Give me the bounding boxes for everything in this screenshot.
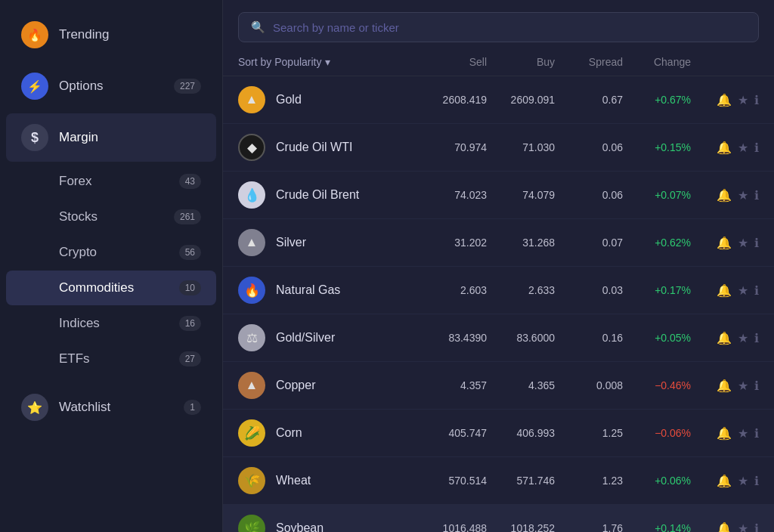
buy-gold-silver: 83.6000 — [487, 332, 555, 344]
spread-gold-silver: 0.16 — [555, 332, 623, 344]
alert-icon-gold[interactable]: 🔔 — [717, 93, 732, 107]
asset-icon-silver: ▲ — [238, 229, 265, 256]
alert-icon-gold-silver[interactable]: 🔔 — [717, 331, 732, 345]
watchlist-icon: ⭐ — [21, 394, 48, 421]
alert-icon-crude-oil-brent[interactable]: 🔔 — [717, 188, 732, 203]
search-input[interactable] — [273, 21, 746, 34]
info-icon-natural-gas[interactable]: ℹ — [754, 283, 759, 298]
info-icon-soybean[interactable]: ℹ — [754, 521, 759, 533]
forex-badge: 43 — [179, 174, 201, 189]
table-row[interactable]: ◆ Crude Oil WTI 70.974 71.030 0.06 +0.15… — [223, 124, 774, 172]
star-icon-crude-oil-wti[interactable]: ★ — [738, 141, 748, 155]
star-icon-soybean[interactable]: ★ — [738, 521, 748, 533]
table-row[interactable]: 🌽 Corn 405.747 406.993 1.25 −0.06% 🔔 ★ ℹ — [223, 410, 774, 457]
asset-icon-corn: 🌽 — [238, 419, 265, 447]
sell-soybean: 1016.488 — [404, 522, 487, 532]
change-crude-oil-brent: +0.07% — [623, 189, 691, 201]
asset-name-natural-gas: Natural Gas — [276, 283, 404, 297]
info-icon-silver[interactable]: ℹ — [754, 236, 759, 250]
spread-natural-gas: 0.03 — [555, 284, 623, 296]
actions-gold: 🔔 ★ ℹ — [691, 93, 759, 107]
asset-icon-crude-oil-brent: 💧 — [238, 181, 265, 209]
alert-icon-crude-oil-wti[interactable]: 🔔 — [717, 141, 732, 155]
margin-icon: $ — [21, 124, 48, 151]
alert-icon-copper[interactable]: 🔔 — [717, 379, 732, 393]
table-row[interactable]: ▲ Copper 4.357 4.365 0.008 −0.46% 🔔 ★ ℹ — [223, 362, 774, 410]
info-icon-wheat[interactable]: ℹ — [754, 474, 759, 488]
table-row[interactable]: ▲ Silver 31.202 31.268 0.07 +0.62% 🔔 ★ ℹ — [223, 219, 774, 267]
spread-gold: 0.67 — [555, 94, 623, 106]
info-icon-corn[interactable]: ℹ — [754, 426, 759, 441]
sidebar-item-watchlist[interactable]: ⭐ Watchlist 1 — [6, 383, 216, 431]
info-icon-copper[interactable]: ℹ — [754, 379, 759, 393]
alert-icon-wheat[interactable]: 🔔 — [717, 474, 732, 488]
actions-wheat: 🔔 ★ ℹ — [691, 474, 759, 488]
table-row[interactable]: 🌿 Soybean 1016.488 1018.252 1.76 +0.14% … — [223, 505, 774, 532]
star-icon-silver[interactable]: ★ — [738, 236, 748, 250]
sidebar-item-stocks[interactable]: Stocks 261 — [6, 200, 216, 234]
star-icon-crude-oil-brent[interactable]: ★ — [738, 188, 748, 203]
star-icon-gold-silver[interactable]: ★ — [738, 331, 748, 345]
sidebar-item-trending[interactable]: 🔥 Trending — [6, 11, 216, 59]
actions-crude-oil-wti: 🔔 ★ ℹ — [691, 141, 759, 155]
sort-button[interactable]: Sort by Popularity ▾ — [238, 56, 404, 68]
margin-sub-items: Forex 43 Stocks 261 Crypto 56 Commoditie… — [0, 163, 222, 377]
asset-icon-natural-gas: 🔥 — [238, 277, 265, 304]
indices-label: Indices — [59, 316, 179, 331]
sidebar-item-margin[interactable]: $ Margin — [6, 113, 216, 162]
sidebar-item-commodities[interactable]: Commodities 10 — [6, 271, 216, 305]
sidebar-item-options[interactable]: ⚡ Options 227 — [6, 62, 216, 110]
trending-icon: 🔥 — [21, 21, 48, 48]
asset-icon-soybean: 🌿 — [238, 515, 265, 532]
table-row[interactable]: ⚖ Gold/Silver 83.4390 83.6000 0.16 +0.05… — [223, 314, 774, 362]
info-icon-crude-oil-brent[interactable]: ℹ — [754, 188, 759, 203]
asset-icon-crude-oil-wti: ◆ — [238, 134, 265, 161]
alert-icon-soybean[interactable]: 🔔 — [717, 521, 732, 533]
asset-icon-copper: ▲ — [238, 372, 265, 399]
spread-crude-oil-brent: 0.06 — [555, 189, 623, 201]
table-row[interactable]: 💧 Crude Oil Brent 74.023 74.079 0.06 +0.… — [223, 172, 774, 219]
actions-soybean: 🔔 ★ ℹ — [691, 521, 759, 533]
table-row[interactable]: 🌾 Wheat 570.514 571.746 1.23 +0.06% 🔔 ★ … — [223, 457, 774, 505]
table-row[interactable]: ▲ Gold 2608.419 2609.091 0.67 +0.67% 🔔 ★… — [223, 76, 774, 124]
sidebar-item-etfs[interactable]: ETFs 27 — [6, 342, 216, 376]
sidebar-item-indices[interactable]: Indices 16 — [6, 306, 216, 341]
asset-name-crude-oil-wti: Crude Oil WTI — [276, 141, 404, 154]
actions-copper: 🔔 ★ ℹ — [691, 379, 759, 393]
header-sell: Sell — [404, 56, 487, 68]
actions-crude-oil-brent: 🔔 ★ ℹ — [691, 188, 759, 203]
search-wrapper[interactable]: 🔍 — [238, 12, 759, 42]
asset-name-corn: Corn — [276, 426, 404, 440]
sort-label: Sort by Popularity — [238, 56, 322, 68]
star-icon-gold[interactable]: ★ — [738, 93, 748, 107]
buy-natural-gas: 2.633 — [487, 284, 555, 296]
etfs-label: ETFs — [59, 351, 179, 367]
info-icon-gold-silver[interactable]: ℹ — [754, 331, 759, 345]
actions-gold-silver: 🔔 ★ ℹ — [691, 331, 759, 345]
spread-copper: 0.008 — [555, 379, 623, 391]
asset-icon-gold-silver: ⚖ — [238, 324, 265, 351]
sell-gold-silver: 83.4390 — [404, 332, 487, 344]
star-icon-wheat[interactable]: ★ — [738, 474, 748, 488]
star-icon-copper[interactable]: ★ — [738, 379, 748, 393]
star-icon-corn[interactable]: ★ — [738, 426, 748, 441]
change-gold: +0.67% — [623, 94, 691, 106]
table-row[interactable]: 🔥 Natural Gas 2.603 2.633 0.03 +0.17% 🔔 … — [223, 267, 774, 314]
info-icon-gold[interactable]: ℹ — [754, 93, 759, 107]
alert-icon-silver[interactable]: 🔔 — [717, 236, 732, 250]
crypto-badge: 56 — [179, 245, 201, 260]
asset-name-wheat: Wheat — [276, 474, 404, 487]
table-body: ▲ Gold 2608.419 2609.091 0.67 +0.67% 🔔 ★… — [223, 76, 774, 532]
sidebar-item-forex[interactable]: Forex 43 — [6, 164, 216, 199]
sidebar-item-crypto[interactable]: Crypto 56 — [6, 235, 216, 270]
star-icon-natural-gas[interactable]: ★ — [738, 283, 748, 298]
indices-badge: 16 — [179, 316, 201, 331]
info-icon-crude-oil-wti[interactable]: ℹ — [754, 141, 759, 155]
asset-icon-wheat: 🌾 — [238, 467, 265, 494]
alert-icon-corn[interactable]: 🔔 — [717, 426, 732, 441]
alert-icon-natural-gas[interactable]: 🔔 — [717, 283, 732, 298]
asset-name-silver: Silver — [276, 236, 404, 249]
buy-gold: 2609.091 — [487, 94, 555, 106]
header-change: Change — [623, 56, 691, 68]
asset-name-soybean: Soybean — [276, 521, 404, 532]
